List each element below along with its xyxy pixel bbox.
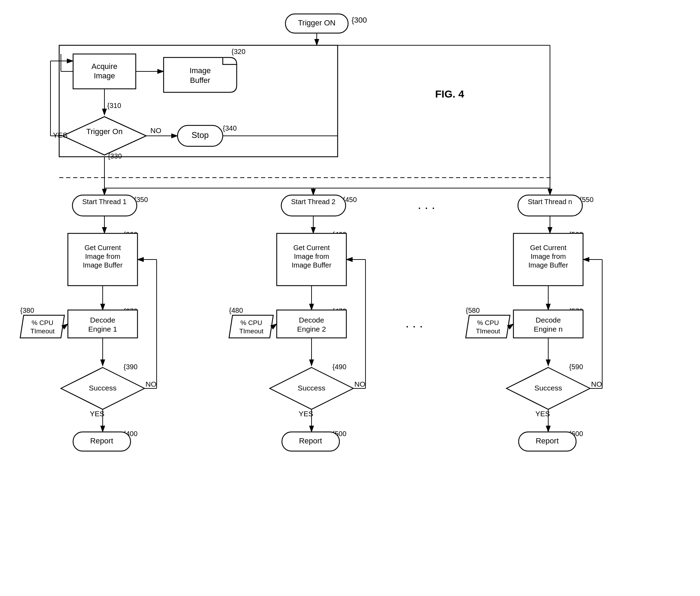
ref-340: {340 [223,124,237,132]
ref-380: {380 [20,307,34,314]
ref-480: {480 [229,307,243,314]
svg-text:TImeout: TImeout [476,327,500,335]
svg-text:Image from: Image from [85,253,120,260]
svg-text:Image Buffer: Image Buffer [83,261,123,269]
svg-text:Engine 2: Engine 2 [297,325,326,333]
ref-320: {320 [231,48,245,55]
trigger-on-label: Trigger ON [298,18,336,27]
yes2-label: YES [299,410,313,418]
ellipsis2: . . . [406,316,423,330]
svg-text:TImeout: TImeout [30,327,55,335]
image-buffer-label: Image [189,66,211,75]
decode1-label: Decode [90,316,115,324]
ref-300: {300 [352,16,367,24]
svg-text:Image from: Image from [294,253,329,260]
report2-label: Report [299,436,322,445]
ref-580: {580 [466,307,480,314]
no-label-top: NO [150,126,162,134]
no2-label: NO [354,380,365,388]
svg-text:Image Buffer: Image Buffer [528,261,568,269]
ref-390: {390 [124,363,137,371]
svg-text:Image Buffer: Image Buffer [292,261,331,269]
decoden-label: Decode [536,316,561,324]
fig-label: FIG. 4 [435,88,464,100]
ref-330: {330 [108,152,122,160]
svg-text:Buffer: Buffer [190,76,210,85]
yes1-label: YES [90,410,104,418]
svg-text:TImeout: TImeout [239,327,264,335]
ref-590: {590 [569,363,583,371]
svg-text:Image from: Image from [530,253,566,260]
svg-line-40 [64,324,68,326]
ref-490: {490 [332,363,346,371]
stop-label: Stop [191,130,209,140]
svg-text:Image: Image [94,71,115,80]
get-image1-l1: Get Current [85,244,121,251]
yesn-label: YES [535,410,550,418]
decode2-label: Decode [299,316,324,324]
trigger-on-diamond-label: Trigger On [86,127,123,136]
diagram: {300 Trigger ON Acquire Image {320 Image… [0,0,700,596]
acquire-image-label: Acquire [92,62,118,71]
start-thread1-label: Start Thread 1 [82,198,126,206]
cpu-timeout2-l1: % CPU [241,319,262,326]
svg-rect-72 [513,310,583,338]
svg-line-58 [273,324,277,326]
report1-label: Report [90,436,113,445]
success2-label: Success [298,384,325,392]
svg-line-76 [510,324,513,326]
svg-rect-54 [277,310,346,338]
start-threadn-label: Start Thread n [528,198,572,206]
svg-text:Engine n: Engine n [534,325,563,333]
success1-label: Success [89,384,116,392]
non-label: NO [591,380,602,388]
reportn-label: Report [536,436,559,445]
ref-310: {310 [107,102,121,109]
cpu-timeout1-l1: % CPU [32,319,53,326]
ellipsis: . . . [418,198,435,212]
get-imagen-l1: Get Current [530,244,567,251]
svg-text:Engine 1: Engine 1 [88,325,117,333]
no1-label: NO [145,380,157,388]
get-image2-l1: Get Current [293,244,330,251]
svg-rect-36 [68,310,137,338]
yes-label: YES [53,131,68,139]
start-thread2-label: Start Thread 2 [291,198,335,206]
successn-label: Success [534,384,562,392]
cpu-timeoutn-l1: % CPU [477,319,499,326]
